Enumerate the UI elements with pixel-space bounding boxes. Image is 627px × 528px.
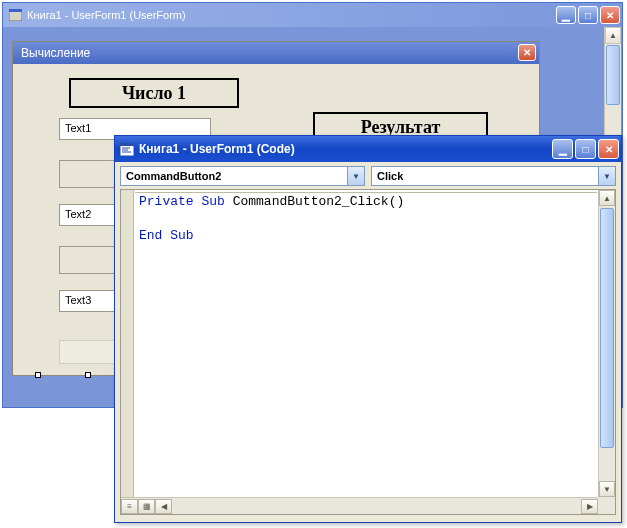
minimize-button[interactable]: ▁ <box>556 6 576 24</box>
userform-caption: Вычисление <box>21 46 90 60</box>
code-title: Книга1 - UserForm1 (Code) <box>139 142 552 156</box>
frame-fragment-2[interactable] <box>59 246 117 274</box>
designer-title: Книга1 - UserForm1 (UserForm) <box>27 9 556 21</box>
code-margin <box>121 190 134 497</box>
code-titlebar[interactable]: Книга1 - UserForm1 (Code) ▁ □ ✕ <box>115 136 621 162</box>
scroll-thumb[interactable] <box>600 208 614 448</box>
code-editor[interactable]: Private Sub CommandButton2_Click() End S… <box>120 189 616 515</box>
scroll-right-button[interactable]: ▶ <box>581 499 598 514</box>
code-icon <box>120 142 134 156</box>
scroll-thumb[interactable] <box>606 45 620 105</box>
minimize-button[interactable]: ▁ <box>552 139 573 159</box>
scroll-up-button[interactable]: ▲ <box>605 27 621 44</box>
scroll-up-button[interactable]: ▲ <box>599 190 615 206</box>
svg-rect-1 <box>9 9 22 12</box>
textbox-3[interactable]: Text3 <box>59 290 117 312</box>
close-button[interactable]: ✕ <box>600 6 620 24</box>
handle[interactable] <box>85 372 91 378</box>
code-vscroll[interactable]: ▲ ▼ <box>598 190 615 497</box>
scroll-down-button[interactable]: ▼ <box>599 481 615 497</box>
close-button[interactable]: ✕ <box>598 139 619 159</box>
frame-fragment-3[interactable] <box>59 340 117 364</box>
label-number-1[interactable]: Число 1 <box>69 78 239 108</box>
designer-window-buttons: ▁ □ ✕ <box>556 6 620 24</box>
form-icon <box>8 8 22 22</box>
code-text[interactable]: Private Sub CommandButton2_Click() End S… <box>139 193 597 244</box>
full-module-view-button[interactable]: ▦ <box>138 499 155 514</box>
code-window-buttons: ▁ □ ✕ <box>552 139 619 159</box>
procedure-combo[interactable]: Click ▼ <box>371 166 616 186</box>
scroll-left-button[interactable]: ◀ <box>155 499 172 514</box>
userform-close-button[interactable]: ✕ <box>518 44 536 61</box>
hscroll-track[interactable] <box>172 498 581 514</box>
chevron-down-icon[interactable]: ▼ <box>598 167 615 185</box>
chevron-down-icon[interactable]: ▼ <box>347 167 364 185</box>
maximize-button[interactable]: □ <box>575 139 596 159</box>
code-hscroll[interactable]: ≡ ▦ ◀ ▶ <box>121 497 598 514</box>
userform-titlebar[interactable]: Вычисление ✕ <box>13 42 539 64</box>
scroll-corner <box>598 497 615 514</box>
code-combo-row: CommandButton2 ▼ Click ▼ <box>115 162 621 189</box>
handle[interactable] <box>35 372 41 378</box>
frame-fragment-1[interactable] <box>59 160 117 188</box>
maximize-button[interactable]: □ <box>578 6 598 24</box>
svg-rect-3 <box>120 143 134 146</box>
textbox-2[interactable]: Text2 <box>59 204 117 226</box>
designer-titlebar[interactable]: Книга1 - UserForm1 (UserForm) ▁ □ ✕ <box>3 3 622 27</box>
object-combo[interactable]: CommandButton2 ▼ <box>120 166 365 186</box>
code-window: Книга1 - UserForm1 (Code) ▁ □ ✕ CommandB… <box>114 135 622 523</box>
procedure-view-button[interactable]: ≡ <box>121 499 138 514</box>
